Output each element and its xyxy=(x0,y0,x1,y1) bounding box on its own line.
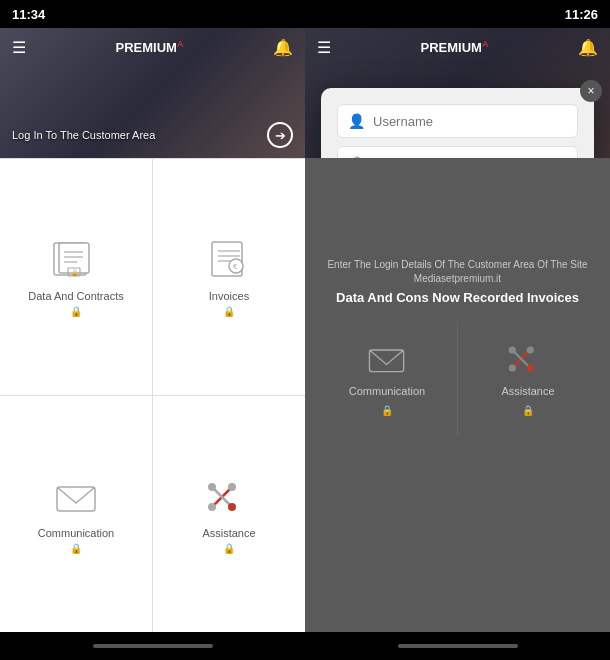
left-time: 11:34 xyxy=(12,7,45,22)
right-assistance-icon xyxy=(503,341,553,377)
right-communication-icon xyxy=(362,341,412,377)
home-indicator-left xyxy=(93,644,213,648)
contracts-lock-icon: 🔒 xyxy=(70,306,82,317)
svg-rect-13 xyxy=(57,487,95,511)
right-communication-label: Communication xyxy=(349,385,425,397)
svg-text:🔒: 🔒 xyxy=(71,269,79,277)
right-status: 11:26 xyxy=(565,7,598,22)
bell-icon[interactable]: 🔔 xyxy=(273,38,293,57)
svg-point-16 xyxy=(208,483,216,491)
right-communication-lock: 🔒 xyxy=(381,405,393,416)
right-assistance-label: Assistance xyxy=(501,385,554,397)
grid-cell-assistance[interactable]: Assistance 🔒 xyxy=(153,396,305,632)
right-headline: Data And Cons Now Recorded Invoices xyxy=(317,290,598,305)
invoices-icon: € xyxy=(199,237,259,282)
right-grid: Communication 🔒 Assistance 🔒 xyxy=(317,321,598,436)
user-icon: 👤 xyxy=(348,113,365,129)
username-input[interactable] xyxy=(373,114,567,129)
left-status: 11:34 xyxy=(12,7,45,22)
contracts-label: Data And Contracts xyxy=(28,290,123,302)
password-field-container: 🔒 xyxy=(337,146,578,158)
login-area-text: Log In To The Customer Area xyxy=(12,129,155,141)
right-info-text: Enter The Login Details Of The Customer … xyxy=(317,258,598,286)
right-content: Enter The Login Details Of The Customer … xyxy=(305,158,610,632)
login-arrow-button[interactable]: ➔ xyxy=(267,122,293,148)
hamburger-icon[interactable]: ☰ xyxy=(12,38,26,57)
lock-icon: 🔒 xyxy=(348,155,365,158)
svg-text:€: € xyxy=(233,262,238,271)
bottom-bar xyxy=(0,632,610,660)
svg-point-18 xyxy=(208,503,216,511)
right-cell-communication[interactable]: Communication 🔒 xyxy=(317,321,457,436)
svg-rect-20 xyxy=(369,350,403,372)
right-time: 11:26 xyxy=(565,7,598,22)
invoices-lock-icon: 🔒 xyxy=(223,306,235,317)
right-header-bar: ☰ PREMIUMA 🔔 xyxy=(305,28,610,67)
svg-point-17 xyxy=(228,483,236,491)
communication-icon xyxy=(46,474,106,519)
right-logo-superscript: A xyxy=(482,39,489,49)
left-grid: 🔒 Data And Contracts 🔒 xyxy=(0,158,305,632)
main-layout: ☰ PREMIUMA 🔔 Log In To The Customer Area… xyxy=(0,28,610,632)
close-button[interactable]: × xyxy=(580,80,602,102)
right-header: ☰ PREMIUMA 🔔 × 👤 🔒 xyxy=(305,28,610,158)
contracts-icon: 🔒 xyxy=(46,237,106,282)
invoices-label: Invoices xyxy=(209,290,249,302)
assistance-label: Assistance xyxy=(202,527,255,539)
password-input[interactable] xyxy=(373,156,567,159)
svg-point-24 xyxy=(527,346,534,353)
grid-cell-invoices[interactable]: € Invoices 🔒 xyxy=(153,159,305,395)
login-modal: × 👤 🔒 ✓ Remember Forgot Password? xyxy=(321,88,594,158)
svg-point-23 xyxy=(509,346,516,353)
left-header: ☰ PREMIUMA 🔔 Log In To The Customer Area… xyxy=(0,28,305,158)
right-cell-assistance[interactable]: Assistance 🔒 xyxy=(458,321,598,436)
communication-label: Communication xyxy=(38,527,114,539)
svg-point-26 xyxy=(527,364,534,371)
left-logo: PREMIUMA xyxy=(116,39,184,55)
grid-cell-data-contracts[interactable]: 🔒 Data And Contracts 🔒 xyxy=(0,159,152,395)
right-hamburger-icon[interactable]: ☰ xyxy=(317,38,331,57)
assistance-lock-icon: 🔒 xyxy=(223,543,235,554)
username-field-container: 👤 xyxy=(337,104,578,138)
right-assistance-lock: 🔒 xyxy=(522,405,534,416)
communication-lock-icon: 🔒 xyxy=(70,543,82,554)
right-logo-text: PREMIUMA xyxy=(421,39,489,55)
right-panel: ☰ PREMIUMA 🔔 × 👤 🔒 xyxy=(305,28,610,632)
svg-point-19 xyxy=(228,503,236,511)
left-header-bar: ☰ PREMIUMA 🔔 xyxy=(0,28,305,67)
right-bell-icon[interactable]: 🔔 xyxy=(578,38,598,57)
home-indicator-right xyxy=(398,644,518,648)
assistance-icon xyxy=(199,474,259,519)
logo-text: PREMIUMA xyxy=(116,39,184,55)
right-logo: PREMIUMA xyxy=(421,39,489,55)
grid-cell-communication[interactable]: Communication 🔒 xyxy=(0,396,152,632)
status-bar: 11:34 11:26 xyxy=(0,0,610,28)
logo-superscript: A xyxy=(177,39,184,49)
left-panel: ☰ PREMIUMA 🔔 Log In To The Customer Area… xyxy=(0,28,305,632)
header-login-bar: Log In To The Customer Area ➔ xyxy=(0,122,305,148)
svg-point-25 xyxy=(509,364,516,371)
